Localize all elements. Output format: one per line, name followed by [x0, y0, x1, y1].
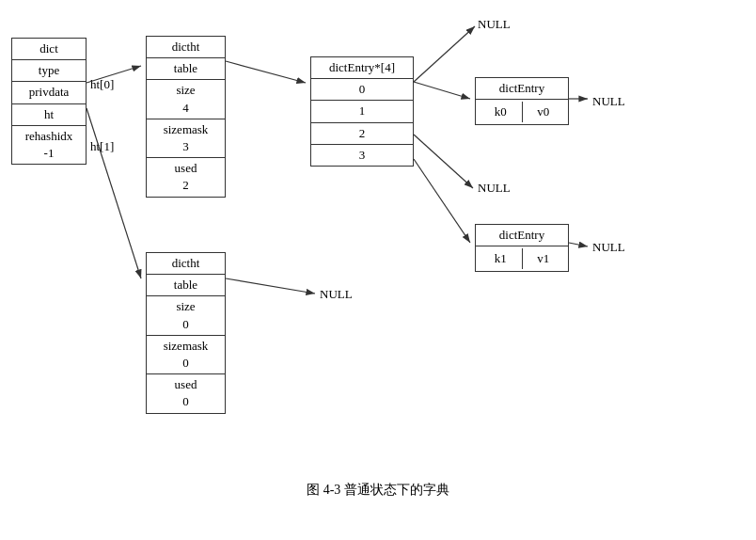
ht1-label: ht[1]	[90, 139, 114, 154]
dict-cell-title: dict	[12, 39, 86, 60]
svg-line-7	[414, 135, 473, 188]
ht0-table: table	[147, 58, 225, 80]
caption: 图 4-3 普通状态下的字典	[0, 474, 756, 499]
diagram: dict type privdata ht rehashidx -1 ht[0]…	[0, 0, 756, 508]
array-2: 2	[311, 123, 413, 145]
entry0-box: dictEntry k0 v0	[475, 77, 569, 125]
svg-line-5	[414, 26, 475, 82]
entry1-title: dictEntry	[476, 225, 568, 246]
ht0-box: dictht table size 4 sizemask 3 used 2	[146, 36, 226, 198]
ht1-used: used 0	[147, 374, 225, 412]
null-2-label: NULL	[478, 181, 511, 196]
dict-cell-rehashidx: rehashidx -1	[12, 126, 86, 164]
entry1-box: dictEntry k1 v1	[475, 224, 569, 272]
array-title: dictEntry*[4]	[311, 57, 413, 79]
svg-line-9	[569, 243, 588, 246]
ht1-sizemask: sizemask 0	[147, 336, 225, 374]
entry1-k: k1	[480, 248, 523, 269]
entry0-v: v0	[523, 102, 565, 122]
ht0-used: used 2	[147, 158, 225, 196]
null-top-label: NULL	[478, 17, 511, 32]
array-1: 1	[311, 101, 413, 122]
dict-cell-type: type	[12, 60, 86, 82]
null-entry0-label: NULL	[592, 94, 625, 109]
dict-box: dict type privdata ht rehashidx -1	[11, 38, 87, 165]
null-arr-table-label: NULL	[320, 287, 353, 302]
array-box: dictEntry*[4] 0 1 2 3	[310, 56, 414, 167]
svg-line-4	[414, 82, 470, 99]
ht0-sizemask: sizemask 3	[147, 119, 225, 158]
ht0-title: dictht	[147, 37, 225, 58]
ht1-box: dictht table size 0 sizemask 0 used 0	[146, 252, 226, 414]
entry1-kv: k1 v1	[476, 246, 568, 271]
svg-line-2	[87, 108, 141, 278]
entry0-k: k0	[480, 102, 523, 122]
svg-line-3	[226, 61, 306, 83]
svg-line-10	[226, 278, 315, 294]
svg-line-6	[414, 159, 470, 243]
ht1-title: dictht	[147, 253, 225, 275]
array-3: 3	[311, 145, 413, 166]
null-entry1-label: NULL	[592, 240, 625, 255]
array-0: 0	[311, 79, 413, 101]
ht0-label: ht[0]	[90, 77, 114, 92]
entry0-title: dictEntry	[476, 78, 568, 100]
ht1-size: size 0	[147, 296, 225, 335]
dict-cell-ht: ht	[12, 104, 86, 126]
entry1-v: v1	[523, 248, 565, 269]
dict-cell-privdata: privdata	[12, 82, 86, 103]
ht1-table: table	[147, 275, 225, 296]
entry0-kv: k0 v0	[476, 100, 568, 124]
ht0-size: size 4	[147, 80, 225, 119]
